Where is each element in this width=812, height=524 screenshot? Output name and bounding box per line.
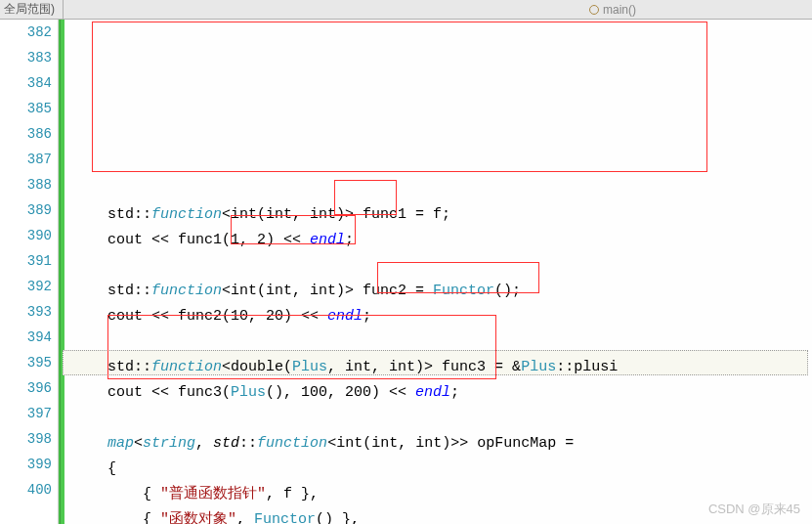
code-token: std xyxy=(72,283,134,299)
code-token: { xyxy=(72,511,160,524)
code-token: , xyxy=(236,511,254,524)
code-token: ; xyxy=(363,308,371,325)
line-number: 393 xyxy=(0,299,52,325)
code-token: { xyxy=(72,460,116,477)
line-number: 384 xyxy=(0,70,52,96)
line-number: 392 xyxy=(0,274,52,299)
code-token: (); xyxy=(494,283,521,299)
function-icon xyxy=(589,5,599,15)
line-number: 382 xyxy=(0,20,52,45)
code-line: std::function<int(int, int)> func2 = Fun… xyxy=(72,279,812,304)
code-token: Functor xyxy=(254,511,316,524)
line-number: 398 xyxy=(0,426,52,452)
code-line: { xyxy=(72,457,812,482)
watermark: CSDN @原来45 xyxy=(708,501,800,518)
code-token: ; xyxy=(450,384,459,401)
code-token: Plus xyxy=(292,359,327,375)
code-token: <int(int, int)> func1 = f; xyxy=(222,206,450,223)
code-token xyxy=(72,333,81,350)
code-token: Functor xyxy=(433,283,494,299)
code-token xyxy=(72,410,81,426)
code-line xyxy=(72,406,812,431)
line-number: 390 xyxy=(0,223,52,248)
line-number: 388 xyxy=(0,172,52,197)
code-token: endl xyxy=(327,308,363,325)
code-line xyxy=(72,253,812,279)
scope-label: 全局范围) xyxy=(4,1,55,18)
code-token: Plus xyxy=(231,384,266,401)
code-token: Plus xyxy=(521,359,556,375)
code-token: map xyxy=(107,435,134,452)
code-token: "函数对象" xyxy=(160,511,236,524)
code-area[interactable]: std::function<int(int, int)> func1 = f; … xyxy=(64,20,812,524)
code-token: <int(int, int)>> opFuncMap = xyxy=(327,435,574,452)
code-line: cout << func3(Plus(), 100, 200) << endl; xyxy=(72,380,812,406)
code-token: <int(int, int)> func2 = xyxy=(222,283,433,299)
code-line: std::function<int(int, int)> func1 = f; xyxy=(72,202,812,228)
code-token: cout << func1(1, 2) << xyxy=(72,232,310,248)
code-line: std::function<double(Plus, int, int)> fu… xyxy=(72,355,812,380)
code-token: ; xyxy=(345,232,354,248)
code-token xyxy=(72,435,107,452)
code-editor[interactable]: 3823833843853863873883893903913923933943… xyxy=(0,20,812,524)
code-token: <double( xyxy=(222,359,292,375)
code-token: , f }, xyxy=(266,486,319,502)
code-token: , int, int)> func3 = & xyxy=(327,359,521,375)
navigation-bar: 全局范围) main() xyxy=(0,0,812,20)
line-number: 395 xyxy=(0,350,52,375)
line-number: 399 xyxy=(0,452,52,477)
line-number: 396 xyxy=(0,375,52,401)
code-token: { xyxy=(72,486,160,502)
scope-dropdown[interactable]: 全局范围) xyxy=(0,0,64,19)
code-token: function xyxy=(151,283,222,299)
code-token: string xyxy=(143,435,195,452)
annotation-box-1 xyxy=(92,22,707,172)
code-token: function xyxy=(257,435,327,452)
code-token: "普通函数指针" xyxy=(160,486,266,502)
line-number: 389 xyxy=(0,197,52,223)
code-token: :: xyxy=(239,435,257,452)
context-dropdown[interactable]: main() xyxy=(589,3,636,17)
code-line: cout << func1(1, 2) << endl; xyxy=(72,228,812,253)
code-token: () }, xyxy=(316,511,360,524)
code-token: :: xyxy=(134,359,151,375)
code-token: cout << func3( xyxy=(72,384,231,401)
code-token: std xyxy=(72,206,134,223)
code-token: std xyxy=(213,435,239,452)
code-token: :: xyxy=(134,206,151,223)
code-token: , xyxy=(195,435,213,452)
code-line: { "普通函数指针", f }, xyxy=(72,482,812,507)
line-number: 400 xyxy=(0,477,52,502)
line-number: 383 xyxy=(0,45,52,70)
code-line: cout << func2(10, 20) << endl; xyxy=(72,304,812,329)
code-token: (), 100, 200) << xyxy=(266,384,415,401)
code-token: function xyxy=(151,359,222,375)
code-token: cout << func2(10, 20) << xyxy=(72,308,327,325)
line-number: 394 xyxy=(0,325,52,350)
line-number-gutter: 3823833843853863873883893903913923933943… xyxy=(0,20,59,524)
code-token xyxy=(72,257,81,274)
line-number: 386 xyxy=(0,121,52,147)
code-token: std xyxy=(72,359,134,375)
code-token: endl xyxy=(415,384,450,401)
line-number: 387 xyxy=(0,147,52,172)
code-token: function xyxy=(151,206,222,223)
code-token: < xyxy=(134,435,143,452)
code-line: { "函数对象", Functor() }, xyxy=(72,507,812,524)
line-number: 385 xyxy=(0,96,52,121)
code-token: endl xyxy=(310,232,345,248)
code-token: :: xyxy=(134,283,151,299)
code-line: map<string, std::function<int(int, int)>… xyxy=(72,431,812,457)
line-number: 391 xyxy=(0,248,52,274)
context-function: main() xyxy=(603,3,636,17)
code-token: ::plusi xyxy=(556,359,618,375)
code-line xyxy=(72,329,812,355)
line-number: 397 xyxy=(0,401,52,426)
